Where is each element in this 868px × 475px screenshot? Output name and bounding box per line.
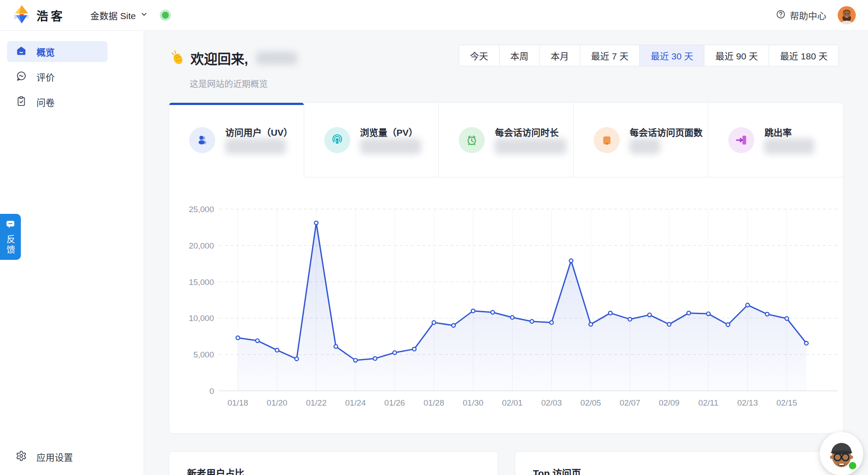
time-range-group: 今天 本周 本月 最近 7 天 最近 30 天 最近 90 天 最近 180 天 bbox=[459, 45, 839, 66]
time-range-today[interactable]: 今天 bbox=[459, 45, 499, 66]
new-vs-returning-card: 新老用户占比 bbox=[169, 451, 498, 475]
time-range-this-week[interactable]: 本周 bbox=[499, 45, 539, 66]
stat-value-redacted bbox=[360, 138, 421, 154]
welcome-title: 欢迎回来, bbox=[191, 48, 248, 68]
stat-value-redacted bbox=[630, 138, 660, 154]
brand: 浩客 bbox=[0, 5, 65, 26]
home-icon bbox=[16, 45, 27, 58]
workspace-name: 金数据 Site bbox=[90, 9, 136, 22]
svg-text:02/13: 02/13 bbox=[737, 398, 758, 407]
time-range-180d[interactable]: 最近 180 天 bbox=[769, 45, 838, 66]
svg-text:01/26: 01/26 bbox=[385, 398, 405, 407]
overview-card: 访问用户（UV） 浏览量（PV） bbox=[169, 102, 844, 434]
sidebar-item-app-settings[interactable]: 应用设置 bbox=[7, 446, 108, 467]
feedback-label: 反馈 bbox=[4, 235, 17, 256]
alarm-clock-icon bbox=[459, 127, 485, 153]
sidebar-item-label: 应用设置 bbox=[36, 450, 73, 463]
wave-hands-icon bbox=[169, 49, 185, 67]
sidebar-item-label: 评价 bbox=[36, 70, 55, 83]
chevron-down-icon bbox=[140, 10, 148, 20]
svg-text:02/09: 02/09 bbox=[659, 398, 680, 407]
card-title: Top 访问页 bbox=[533, 465, 581, 475]
chat-bubble-icon bbox=[16, 70, 27, 83]
site-status-dot bbox=[162, 12, 169, 19]
svg-text:01/28: 01/28 bbox=[424, 398, 444, 407]
sidebar-item-label: 问卷 bbox=[36, 95, 55, 108]
svg-text:02/03: 02/03 bbox=[541, 398, 562, 407]
svg-text:01/30: 01/30 bbox=[463, 398, 483, 407]
svg-text:15,000: 15,000 bbox=[189, 278, 214, 287]
svg-text:02/11: 02/11 bbox=[698, 398, 718, 407]
time-range-7d[interactable]: 最近 7 天 bbox=[580, 45, 639, 66]
svg-text:02/05: 02/05 bbox=[580, 398, 601, 407]
stat-tab-pages-per-session[interactable]: 每会话访问页面数 bbox=[574, 103, 709, 177]
svg-text:0: 0 bbox=[209, 387, 214, 396]
time-range-this-month[interactable]: 本月 bbox=[539, 45, 580, 66]
exit-arrow-icon bbox=[728, 127, 754, 153]
stat-value-redacted bbox=[495, 138, 566, 154]
stat-label: 每会话访问时长 bbox=[495, 125, 559, 138]
uv-trend-chart-wrap: 01/1801/2001/2201/2401/2601/2801/3002/01… bbox=[169, 177, 843, 433]
chat-widget-status-dot bbox=[848, 461, 857, 470]
sidebar-item-surveys[interactable]: 问卷 bbox=[7, 92, 108, 112]
stat-tab-uv[interactable]: 访问用户（UV） bbox=[169, 103, 304, 177]
svg-text:02/15: 02/15 bbox=[776, 398, 797, 407]
svg-text:02/01: 02/01 bbox=[502, 398, 523, 407]
brand-logo-icon bbox=[13, 5, 30, 26]
clipboard-check-icon bbox=[16, 95, 27, 108]
users-icon bbox=[189, 127, 215, 153]
svg-text:10,000: 10,000 bbox=[189, 314, 214, 323]
top-pages-card: Top 访问页 bbox=[515, 451, 844, 475]
topbar-right: 帮助中心 bbox=[776, 6, 868, 24]
svg-text:01/18: 01/18 bbox=[227, 398, 248, 407]
sidebar: 概览 评价 问卷 bbox=[0, 31, 144, 475]
card-title: 新老用户占比 bbox=[187, 465, 244, 475]
sidebar-item-overview[interactable]: 概览 bbox=[7, 41, 108, 62]
stat-tab-bounce-rate[interactable]: 跳出率 bbox=[708, 103, 843, 177]
stat-label: 跳出率 bbox=[764, 125, 792, 138]
stat-label: 访问用户（UV） bbox=[225, 125, 293, 138]
broadcast-icon bbox=[324, 127, 350, 153]
svg-text:02/07: 02/07 bbox=[620, 398, 641, 407]
time-range-90d[interactable]: 最近 90 天 bbox=[704, 45, 769, 66]
svg-text:20,000: 20,000 bbox=[189, 241, 214, 250]
app-root: 浩客 金数据 Site 帮助中心 bbox=[0, 0, 868, 475]
stat-tabs: 访问用户（UV） 浏览量（PV） bbox=[169, 103, 843, 177]
stat-value-redacted bbox=[764, 138, 814, 154]
workspace-selector[interactable]: 金数据 Site bbox=[90, 9, 148, 22]
redacted-user-name bbox=[256, 52, 297, 65]
feedback-bubble-icon bbox=[5, 219, 16, 231]
feedback-tab[interactable]: 反馈 bbox=[0, 214, 21, 260]
stat-label: 浏览量（PV） bbox=[360, 125, 418, 138]
sidebar-item-reviews[interactable]: 评价 bbox=[7, 66, 108, 87]
svg-text:5,000: 5,000 bbox=[193, 350, 214, 359]
svg-text:01/24: 01/24 bbox=[345, 398, 366, 407]
browser-page-icon bbox=[594, 127, 620, 153]
uv-trend-chart: 01/1801/2001/2201/2401/2601/2801/3002/01… bbox=[169, 177, 843, 433]
svg-text:01/22: 01/22 bbox=[306, 398, 327, 407]
welcome-subtitle: 这是网站的近期概览 bbox=[190, 77, 297, 90]
topbar: 浩客 金数据 Site 帮助中心 bbox=[0, 0, 868, 31]
brand-name: 浩客 bbox=[36, 7, 65, 24]
svg-text:01/20: 01/20 bbox=[267, 398, 288, 407]
stat-tab-session-duration[interactable]: 每会话访问时长 bbox=[439, 103, 574, 177]
question-circle-icon bbox=[776, 9, 786, 21]
chat-widget-button[interactable] bbox=[820, 432, 863, 475]
gear-icon bbox=[16, 450, 27, 463]
main-content: 欢迎回来, 这是网站的近期概览 今天 本周 本月 最近 7 天 最近 30 天 … bbox=[144, 31, 868, 475]
welcome-block: 欢迎回来, 这是网站的近期概览 bbox=[169, 48, 297, 90]
sidebar-item-label: 概览 bbox=[36, 45, 55, 58]
stat-label: 每会话访问页面数 bbox=[630, 125, 703, 138]
chat-widget-avatar bbox=[820, 432, 863, 475]
user-avatar[interactable] bbox=[838, 6, 856, 24]
help-button[interactable]: 帮助中心 bbox=[776, 9, 826, 22]
stat-tab-pv[interactable]: 浏览量（PV） bbox=[304, 103, 439, 177]
svg-text:25,000: 25,000 bbox=[189, 205, 214, 214]
stat-value-redacted bbox=[225, 138, 286, 154]
help-label: 帮助中心 bbox=[790, 9, 826, 22]
time-range-30d[interactable]: 最近 30 天 bbox=[639, 45, 704, 66]
